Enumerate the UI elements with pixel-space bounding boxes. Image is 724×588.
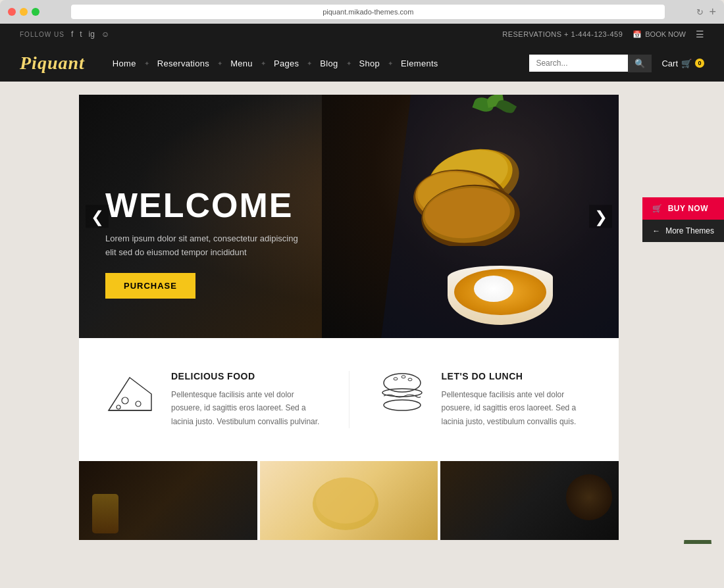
svg-point-17 <box>408 378 412 381</box>
svg-point-16 <box>401 376 405 378</box>
logo[interactable]: Piquant <box>20 53 85 74</box>
soup-bowl <box>448 246 553 325</box>
nav-sep-4: ✦ <box>307 60 312 67</box>
hero-slider: WELCOME Lorem ipsum dolor sit amet, cons… <box>79 95 619 338</box>
feature-desc-lunch: Pellentesque facilisis ante vel dolor po… <box>442 388 593 428</box>
purchase-button[interactable]: PURCHASE <box>105 273 195 299</box>
feature-item-food: DELICIOUS FOOD Pellentesque facilisis an… <box>105 371 323 428</box>
search-button[interactable]: 🔍 <box>628 55 652 72</box>
svg-point-10 <box>122 397 128 404</box>
nav-search: 🔍 <box>529 55 652 72</box>
soup-cream <box>474 276 513 302</box>
tripadvisor-icon[interactable]: ☺ <box>101 30 109 39</box>
browser-chrome: piquant.mikado-themes.com ↻ + <box>0 0 724 24</box>
image-strip <box>79 461 619 540</box>
nav-item-blog[interactable]: Blog <box>312 59 346 68</box>
svg-point-12 <box>116 405 120 409</box>
more-themes-button[interactable]: ← More Themes <box>642 220 724 242</box>
bread-svg <box>369 114 579 246</box>
calendar-icon: 📅 <box>633 30 642 39</box>
svg-point-18 <box>382 389 422 397</box>
features-section: DELICIOUS FOOD Pellentesque facilisis an… <box>79 338 619 461</box>
feature-divider <box>349 371 349 428</box>
cart-area[interactable]: Cart 🛒 0 <box>661 59 704 68</box>
top-bar: FOLLOW US f t ig ☺ RESERVATIONS + 1-444-… <box>0 24 724 45</box>
nav-sep-2: ✦ <box>217 60 222 67</box>
website: FOLLOW US f t ig ☺ RESERVATIONS + 1-444-… <box>0 24 724 588</box>
buy-now-sidebar: 🛒 BUY NOW ← More Themes <box>642 197 724 242</box>
svg-marker-9 <box>109 378 151 410</box>
nav-item-pages[interactable]: Pages <box>266 59 307 68</box>
nav-sep-3: ✦ <box>261 60 266 67</box>
roll-svg <box>260 461 438 540</box>
nav-item-elements[interactable]: Elements <box>393 59 446 68</box>
cart-badge: 0 <box>695 59 704 68</box>
new-tab-icon[interactable]: + <box>709 5 716 19</box>
address-text: piquant.mikado-themes.com <box>323 8 413 16</box>
traffic-lights <box>8 8 39 16</box>
search-input[interactable] <box>529 55 628 72</box>
nav-item-reservations[interactable]: Reservations <box>149 59 217 68</box>
bowl-body <box>448 266 553 325</box>
svg-point-19 <box>384 400 421 410</box>
close-button[interactable] <box>8 8 16 16</box>
facebook-icon[interactable]: f <box>71 30 73 39</box>
cheese-icon <box>105 371 158 424</box>
feature-desc-food: Pellentesque facilisis ante vel dolor po… <box>171 388 323 428</box>
follow-us-label: FOLLOW US <box>20 31 65 38</box>
address-bar[interactable]: piquant.mikado-themes.com <box>71 5 665 19</box>
content-wrapper: WELCOME Lorem ipsum dolor sit amet, cons… <box>79 95 619 540</box>
cart-icon: 🛒 <box>681 59 692 68</box>
cart-label: Cart <box>661 59 678 68</box>
feature-text-food: DELICIOUS FOOD Pellentesque facilisis an… <box>171 371 323 428</box>
slider-prev-arrow[interactable]: ❮ <box>86 205 109 228</box>
strip-image-2 <box>260 461 438 540</box>
nav-item-menu[interactable]: Menu <box>222 59 261 68</box>
top-bar-left: FOLLOW US f t ig ☺ <box>20 30 109 39</box>
svg-point-15 <box>394 378 398 380</box>
burger-icon <box>376 371 428 410</box>
nav-sep-6: ✦ <box>388 60 393 67</box>
svg-point-11 <box>136 401 141 406</box>
strip-image-3 <box>440 461 619 540</box>
navbar: Piquant Home ✦ Reservations ✦ Menu ✦ Pag… <box>0 45 724 82</box>
refresh-icon[interactable]: ↻ <box>696 7 704 17</box>
nav-sep-1: ✦ <box>144 60 149 67</box>
nav-links: Home ✦ Reservations ✦ Menu ✦ Pages ✦ Blo… <box>105 59 530 68</box>
leaf-3 <box>496 97 517 116</box>
food-visual <box>322 95 619 338</box>
reservations-phone: RESERVATIONS + 1-444-123-459 <box>502 30 623 38</box>
nav-item-home[interactable]: Home <box>105 59 144 68</box>
slider-next-arrow[interactable]: ❯ <box>589 205 612 228</box>
twitter-icon[interactable]: t <box>80 30 82 39</box>
svg-point-21 <box>316 478 375 524</box>
strip-image-1 <box>79 461 257 540</box>
cheese-svg <box>105 371 155 420</box>
arrow-icon: ← <box>652 226 660 235</box>
cart-icon-sidebar: 🛒 <box>652 204 663 213</box>
feature-title-lunch: LET'S DO LUNCH <box>442 371 593 381</box>
book-now-link[interactable]: 📅 BOOK NOW <box>633 30 686 39</box>
hero-title: WELCOME <box>105 188 303 222</box>
feature-title-food: DELICIOUS FOOD <box>171 371 323 381</box>
feature-item-lunch: LET'S DO LUNCH Pellentesque facilisis an… <box>376 371 593 428</box>
nav-sep-5: ✦ <box>346 60 351 67</box>
feature-text-lunch: LET'S DO LUNCH Pellentesque facilisis an… <box>442 371 593 428</box>
main-area: WELCOME Lorem ipsum dolor sit amet, cons… <box>0 82 724 540</box>
hero-subtitle: Lorem ipsum dolor sit amet, consectetur … <box>105 232 303 260</box>
hamburger-menu-icon[interactable]: ☰ <box>696 29 704 39</box>
hero-content: WELCOME Lorem ipsum dolor sit amet, cons… <box>105 188 303 299</box>
maximize-button[interactable] <box>32 8 39 16</box>
minimize-button[interactable] <box>20 8 28 16</box>
buy-now-button[interactable]: 🛒 BUY NOW <box>642 197 724 220</box>
instagram-icon[interactable]: ig <box>89 30 95 39</box>
nav-item-shop[interactable]: Shop <box>351 59 388 68</box>
top-bar-right: RESERVATIONS + 1-444-123-459 📅 BOOK NOW … <box>502 29 704 39</box>
burger-svg <box>376 371 428 417</box>
